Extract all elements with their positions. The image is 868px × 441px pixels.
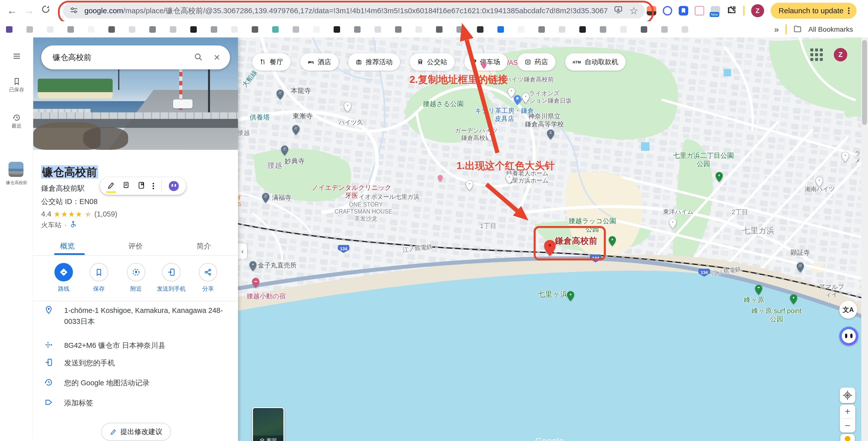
bookmark-favicon[interactable] [211, 26, 217, 33]
profile-avatar[interactable]: Z [751, 4, 764, 17]
white-pin[interactable]: ● [841, 152, 849, 162]
white-pin[interactable]: ● [669, 219, 677, 228]
search-input[interactable]: 镰仓高校前 [53, 52, 194, 63]
extension-tv-icon[interactable] [695, 6, 704, 15]
bookmark-favicon[interactable] [682, 26, 688, 33]
map-label-kenshoji[interactable]: 顕証寺 [790, 249, 810, 257]
extension-new-icon[interactable]: New [711, 6, 720, 15]
menu-button[interactable] [0, 52, 33, 61]
beach-pin[interactable]: ☂ [755, 285, 763, 295]
more-options-icon[interactable] [153, 182, 154, 190]
clinic-pin[interactable] [438, 175, 443, 185]
bookmark-favicon[interactable] [579, 26, 586, 33]
extension-sunset-icon[interactable] [647, 6, 656, 15]
zoom-in-button[interactable]: + [840, 405, 855, 418]
map-label-koshigoe-w[interactable]: 腰越 [238, 129, 250, 137]
bookmark-favicon[interactable] [538, 26, 545, 33]
page-scrollbar[interactable] [861, 37, 868, 441]
search-box[interactable]: 镰仓高校前 × [41, 45, 230, 69]
search-icon[interactable] [194, 53, 203, 62]
map-label-ioponuru[interactable]: イオポヌール七里ガ浜 [359, 193, 419, 200]
nearby-button[interactable]: 附近 [117, 263, 155, 293]
white-pin[interactable]: ● [815, 177, 823, 187]
review-count[interactable]: (1,059) [94, 210, 117, 218]
park-pin[interactable]: ♠ [609, 236, 616, 246]
extensions-puzzle-icon[interactable] [727, 5, 737, 16]
map-label-fragment[interactable]: す S [238, 194, 242, 208]
translate-button[interactable]: 文A [839, 301, 857, 319]
map-label-minegahara[interactable]: 峰ヶ原 [744, 296, 764, 304]
map-label-koshigoe[interactable]: 腰越 [267, 161, 282, 170]
sidebar-collapse-button[interactable]: ‹ [238, 244, 247, 259]
map-label-rame[interactable]: ラメ [855, 150, 861, 164]
map-label-1chome[interactable]: 1丁目 [480, 222, 496, 230]
map-label-kanekomaru[interactable]: 金子丸直売所 [258, 261, 297, 270]
map-label-honryuji[interactable]: 本龍寺 [291, 87, 311, 95]
map-label-manpukuji[interactable]: 满福寺 [272, 194, 291, 202]
plus-code-row[interactable]: 8G42+M6 镰仓市 日本神奈川县 [43, 340, 228, 351]
bookmarks-overflow-chevron[interactable]: » [774, 25, 779, 34]
bookmark-favicon[interactable] [149, 26, 156, 33]
notebook-icon[interactable] [137, 181, 145, 191]
bookmark-favicon[interactable] [6, 26, 12, 33]
saved-button[interactable]: 已保存 [0, 77, 33, 93]
zoom-out-button[interactable]: − [840, 419, 855, 433]
relaunch-button[interactable]: Relaunch to update [771, 3, 857, 19]
map-label-2chome[interactable]: 2丁目 [732, 208, 748, 216]
site-settings-icon[interactable] [69, 6, 79, 16]
map-label-yado[interactable]: 腰越小動の宿 [247, 292, 286, 301]
bookmark-favicon[interactable] [641, 26, 647, 33]
extension-bookmark-icon[interactable] [679, 6, 688, 15]
chip-hotels[interactable]: 酒店 [300, 53, 339, 71]
bookmark-favicon[interactable] [88, 26, 94, 33]
bookmark-favicon[interactable] [620, 26, 627, 33]
annotation-step2[interactable]: 2.复制地址框里的链接 [409, 73, 508, 86]
gray-pin[interactable]: ● [249, 261, 257, 271]
tab-overview[interactable]: 概览 [33, 237, 101, 255]
chip-atms[interactable]: ATM 自动取款机 [565, 53, 626, 71]
pegman-button[interactable] [840, 434, 855, 441]
temple-pin[interactable]: 卍 [292, 125, 300, 135]
bookmark-favicon[interactable] [272, 26, 279, 33]
bookmark-favicon[interactable] [436, 26, 442, 33]
map-label-heights-q[interactable]: ハイツ久 [339, 119, 363, 126]
map-label-kamakura-hs[interactable]: 神奈川県立 鎌倉高等学校 [525, 113, 564, 128]
add-label-row[interactable]: 添加标签 [43, 398, 228, 409]
map-label-shichirigahama[interactable]: 七里ガ浜 [742, 226, 775, 235]
map-label-saru-park[interactable]: 腰越さる公園 [423, 100, 463, 108]
google-apps-icon[interactable] [810, 49, 823, 61]
temple-pin[interactable]: 卍 [262, 193, 270, 203]
directions-button[interactable]: 路线 [45, 263, 83, 293]
map-label-beach[interactable]: 七里ヶ浜 [538, 290, 568, 299]
temple-pin[interactable]: 卍 [797, 262, 804, 272]
bookmark-favicon[interactable] [477, 26, 484, 33]
temple-pin[interactable]: 卍 [276, 89, 284, 99]
map-label-myotenji[interactable]: 妙典寺 [285, 157, 305, 165]
bookmark-favicon[interactable] [129, 26, 135, 33]
bookmark-favicon[interactable] [395, 26, 402, 33]
school-pin[interactable]: 文 [547, 129, 554, 139]
maps-avatar[interactable]: Z [834, 48, 847, 61]
chip-pharmacies[interactable]: 药店 [517, 53, 556, 71]
history-row[interactable]: 您的 Google 地图活动记录 [43, 378, 228, 388]
extension-robot-icon[interactable] [663, 6, 672, 15]
recent-place-thumbnail[interactable] [8, 162, 24, 177]
close-icon[interactable]: × [214, 53, 220, 62]
forward-button[interactable]: → [24, 4, 34, 17]
bookmark-favicon[interactable] [293, 26, 299, 33]
temple-pin[interactable]: 卍 [281, 145, 288, 155]
bookmark-favicon[interactable] [375, 26, 381, 33]
map-label-kuyoto[interactable]: 供養塔 [250, 114, 270, 122]
recent-place-label[interactable]: 镰仓高校前 [0, 180, 33, 186]
reload-button[interactable] [41, 4, 51, 17]
map-label-toyo[interactable]: 東洋ハイム [663, 208, 693, 215]
bookmark-favicon[interactable] [600, 26, 606, 33]
back-button[interactable]: ← [7, 4, 17, 17]
lodging-pin[interactable]: ▬ [252, 278, 259, 288]
bookmark-favicon[interactable] [559, 26, 565, 33]
url-bar[interactable]: google.com/maps/place/镰仓高校前/@35.3067286,… [63, 3, 645, 19]
map-label-amalfi[interactable]: アマルフィイ [817, 283, 846, 298]
white-pin[interactable]: ● [486, 131, 494, 141]
map-label-onestory[interactable]: ONE STORY CRAFTSMAN HOUSE... 美发沙龙 [335, 201, 397, 222]
bookmark-favicon[interactable] [252, 26, 258, 33]
